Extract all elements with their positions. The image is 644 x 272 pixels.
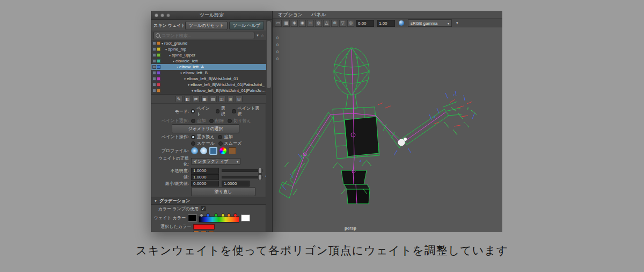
color-preset-swatch[interactable] (201, 231, 207, 232)
brush-browse-icon[interactable] (229, 147, 236, 154)
copy-weights-icon[interactable]: ▣ (201, 96, 208, 102)
profile-row: プロファイル: (153, 147, 264, 155)
tree-item[interactable]: ▾clavicle_left (151, 58, 266, 64)
snap-curve-icon[interactable]: ◈ (291, 20, 298, 27)
tree-item[interactable]: ▾elbow_left_B|WristJoint_01|PalmJoint|_ (151, 88, 266, 94)
color-ramp[interactable] (199, 213, 239, 223)
minimize-icon[interactable] (160, 13, 164, 17)
isolate-select-icon[interactable]: ⊕ (331, 20, 338, 27)
search-box[interactable] (153, 32, 254, 39)
chevron-down-icon: ▾ (448, 22, 449, 25)
snap-grid-icon[interactable]: ▦ (283, 20, 290, 27)
ramp-handle[interactable] (206, 213, 210, 217)
weight-color-row: ウェイト カラー (153, 213, 264, 223)
exposure-field[interactable]: 0.00 (356, 20, 374, 27)
mode-paint-radio[interactable]: ペイント (191, 105, 212, 117)
colorspace-dropdown[interactable]: sRGB gamma ▾ (408, 19, 452, 27)
mode-select-radio[interactable]: 選択 (216, 105, 229, 117)
paint-op-replace-radio[interactable]: 置き換え (191, 134, 214, 140)
paint-op-add-radio[interactable]: 追加 (218, 134, 232, 140)
normalize-dropdown[interactable]: インタラクティブ ▾ (191, 158, 240, 164)
min-value-field[interactable] (191, 181, 219, 187)
max-value-field[interactable] (222, 181, 250, 187)
ramp-end-swatch[interactable] (241, 214, 250, 221)
tree-item[interactable]: ▾elbow_left_A (151, 64, 266, 70)
chevron-down-icon[interactable]: ▾ (456, 21, 458, 25)
camera-settings-icon[interactable]: ◎ (347, 20, 354, 27)
paint-op-scale-radio[interactable]: スケール (191, 140, 215, 146)
opacity-row: 不透明度: (153, 168, 264, 174)
gamma-field[interactable]: 1.00 (377, 20, 395, 27)
menu-options[interactable]: オプション (278, 11, 303, 18)
scrollbar-thumb[interactable] (267, 21, 271, 88)
hud-value: 0 (276, 50, 279, 54)
hud-value: 0 (276, 36, 279, 40)
remove-influence-icon[interactable]: ⊟ (236, 96, 243, 102)
caption-text: スキンウェイトを使って各ポリゴン頂点にウェイトを調整しています (0, 243, 644, 258)
brush-ramp-icon[interactable] (219, 147, 226, 154)
add-influence-icon[interactable]: ⊞ (227, 96, 234, 102)
use-color-ramp-checkbox[interactable]: ✓ (201, 206, 206, 211)
brush-solid-icon[interactable] (200, 147, 207, 154)
select-tool-icon[interactable]: ▭ (275, 20, 282, 27)
paste-weights-icon[interactable]: ▤ (210, 96, 217, 102)
viewport-menubar: オプション パネル (273, 11, 502, 19)
svg-text:z: z (360, 159, 361, 162)
ramp-handle[interactable] (214, 213, 218, 217)
tool-help-button[interactable]: ツール ヘルプ (229, 21, 264, 30)
search-icon (156, 33, 160, 38)
select-geometry-button[interactable]: ジオメトリの選択 (172, 124, 239, 133)
window-scrollbar[interactable] (266, 20, 272, 232)
screen: オプション パネル ▭▦◈◉○◍△⊕▽◎ 0.00 1.00 sRGB gamm… (0, 0, 644, 272)
close-icon[interactable] (155, 13, 158, 17)
tree-item[interactable]: ▾root_ground (151, 40, 266, 46)
color-preset-label: カラー プリセット (153, 231, 193, 232)
brush-square-icon[interactable] (209, 147, 217, 155)
field-chart-icon[interactable]: ▽ (339, 20, 346, 27)
paint-op-smooth-radio[interactable]: スムーズ (218, 140, 242, 146)
snap-view-icon[interactable]: ○ (307, 20, 314, 27)
opacity-field[interactable] (191, 168, 219, 174)
tree-item[interactable]: ▾elbow_left_B|WristJoint_01 (151, 76, 266, 82)
mirror-weights-icon[interactable]: ⇄ (193, 96, 200, 102)
brush-soft-icon[interactable] (191, 147, 198, 154)
value-field[interactable] (191, 174, 219, 180)
viewport-canvas[interactable]: 0000 (273, 27, 502, 232)
window-titlebar[interactable]: ツール設定 (151, 11, 272, 20)
menu-panels[interactable]: パネル (311, 11, 326, 18)
tree-item[interactable]: ▾spine_upper (151, 52, 266, 58)
weight-hammer-icon[interactable]: ◫ (218, 96, 225, 102)
mode-label: モード: (153, 109, 191, 114)
reset-tool-button[interactable]: ツールのリセット (185, 21, 228, 30)
search-input[interactable] (162, 33, 252, 38)
make-live-icon[interactable]: ◍ (315, 20, 322, 27)
viewport-toolbar: ▭▦◈◉○◍△⊕▽◎ 0.00 1.00 sRGB gamma ▾ ▾ (273, 19, 502, 28)
chevron-down-icon[interactable]: ▾ (257, 33, 259, 38)
tree-item[interactable]: ▾spine_hip (151, 46, 266, 52)
flood-button[interactable]: 塗り直し (191, 187, 255, 196)
selected-color-swatch[interactable] (193, 224, 215, 230)
tool-name: スキン ウェイト ペイント ツール (153, 23, 184, 28)
mode-paint-select-radio[interactable]: ペイント選択 (232, 105, 260, 117)
tool-icon-strip: ✎◧⇄▣▤◫⊞⊟ (151, 95, 266, 104)
tree-item[interactable]: ▾elbow_left_B|WristJoint_01|PalmJoint_ (151, 82, 266, 88)
maximize-icon[interactable] (166, 13, 170, 17)
construction-history-icon[interactable]: △ (323, 20, 330, 27)
bookmark-icon[interactable]: ☆ (261, 33, 264, 38)
snap-point-icon[interactable]: ◉ (299, 20, 306, 27)
opacity-slider[interactable] (222, 169, 262, 172)
viewport-hud: 0000 (276, 36, 279, 61)
ramp-handle[interactable] (200, 213, 203, 217)
mode-row: モード: ペイント 選択 ペイント選択 (153, 105, 264, 117)
brush-icon[interactable]: ✎ (175, 96, 182, 102)
value-slider[interactable] (222, 176, 262, 178)
paint-bucket-icon[interactable]: ◧ (184, 96, 191, 102)
pencil-icon[interactable]: ✎ (265, 175, 266, 180)
gradient-section-header[interactable]: ▼ グラデーション (151, 197, 266, 205)
tree-item[interactable]: ▾elbow_left_B (151, 70, 266, 76)
paint-select-row: ペイント選択: 追加 削除 切り替え (153, 118, 264, 124)
color-preset-swatch[interactable] (193, 231, 199, 232)
ramp-start-swatch[interactable] (188, 214, 197, 221)
color-preset-swatch[interactable] (208, 231, 214, 232)
ramp-handle[interactable] (221, 213, 225, 217)
